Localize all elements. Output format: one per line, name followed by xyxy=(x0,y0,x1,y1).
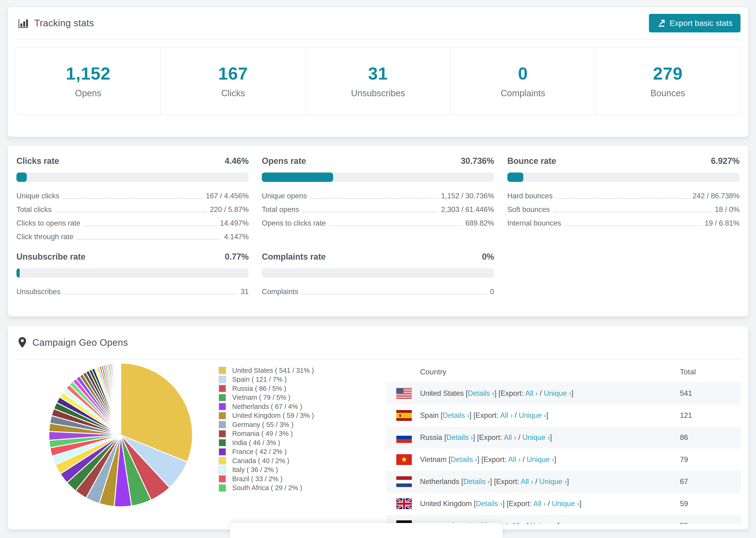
rate-row-value: 167 / 4.456% xyxy=(206,192,249,200)
stat-label: Clicks xyxy=(221,88,245,98)
table-row: United States [Details ›] [Export: All ›… xyxy=(387,382,741,404)
progress-track xyxy=(507,173,739,182)
legend-swatch xyxy=(219,421,226,428)
total-cell: 86 xyxy=(680,433,741,442)
export-basic-stats-button[interactable]: Export basic stats xyxy=(649,14,740,32)
rate-panel: Clicks rate4.46%Unique clicks167 / 4.456… xyxy=(17,156,249,241)
legend-swatch xyxy=(219,439,226,447)
legend-label: Romania ( 49 / 3% ) xyxy=(232,430,293,438)
rate-value: 6.927% xyxy=(711,156,739,166)
export-all-link[interactable]: All › xyxy=(500,411,513,419)
country-name: United States xyxy=(420,389,464,398)
rate-row-label: Clicks to opens rate xyxy=(17,219,80,228)
punct: ] xyxy=(571,389,573,398)
punct: / xyxy=(524,521,530,524)
dotted-leader xyxy=(64,294,237,295)
export-unique-link[interactable]: Unique › xyxy=(544,389,571,398)
legend-item: Vietnam ( 79 / 5% ) xyxy=(219,393,314,402)
legend-item: India ( 46 / 3% ) xyxy=(219,438,314,447)
export-all-link[interactable]: All › xyxy=(521,477,533,486)
progress-track xyxy=(262,268,494,278)
export-all-link[interactable]: All › xyxy=(504,433,516,442)
details-link[interactable]: Details › xyxy=(446,433,473,442)
country-flag-ru xyxy=(396,432,412,443)
legend-swatch xyxy=(219,412,226,419)
legend-item: United Kingdom ( 59 / 3% ) xyxy=(219,411,314,420)
punct: / xyxy=(516,433,522,442)
export-all-link[interactable]: All › xyxy=(508,456,520,463)
export-all-link[interactable]: All › xyxy=(512,521,524,524)
stat-value: 167 xyxy=(218,64,248,83)
legend-item: Netherlands ( 67 / 4% ) xyxy=(219,402,314,411)
dotted-leader xyxy=(556,198,689,199)
tracking-stats-header: Tracking stats Export basic stats xyxy=(16,7,740,39)
punct: [ xyxy=(472,500,476,508)
rate-row-value: 18 / 0% xyxy=(715,205,739,214)
punct: [ xyxy=(439,411,443,419)
rates-card: Clicks rate4.46%Unique clicks167 / 4.456… xyxy=(8,145,748,316)
country-name: Vietnam xyxy=(420,456,447,463)
geo-table: Country Total United States [Details ›] … xyxy=(387,361,741,524)
rate-row-value: 19 / 6.81% xyxy=(705,219,739,228)
details-link[interactable]: Details › xyxy=(463,477,490,486)
country-cell: Russia [Details ›] [Export: All › / Uniq… xyxy=(420,433,680,442)
rate-row-label: Unsubscribes xyxy=(17,288,61,296)
punct: ] [Export: xyxy=(473,433,504,442)
export-unique-link[interactable]: Unique › xyxy=(519,411,546,419)
stat-value: 1,152 xyxy=(66,64,111,83)
export-unique-link[interactable]: Unique › xyxy=(527,456,554,463)
total-cell: 67 xyxy=(680,477,741,486)
table-row: United Kingdom [Details ›] [Export: All … xyxy=(387,493,741,515)
rate-row-label: Hard bounces xyxy=(507,192,553,200)
geo-table-rows: United States [Details ›] [Export: All ›… xyxy=(387,382,741,524)
rate-row-label: Soft bounces xyxy=(507,205,550,214)
export-all-link[interactable]: All › xyxy=(525,389,538,398)
export-unique-link[interactable]: Unique › xyxy=(552,500,579,508)
dotted-leader xyxy=(565,225,702,226)
punct: ] [Export: xyxy=(495,389,525,398)
legend-item: South Africa ( 29 / 2% ) xyxy=(219,484,314,493)
geo-opens-header: Campaign Geo Opens xyxy=(16,326,740,359)
export-unique-link[interactable]: Unique › xyxy=(539,477,567,486)
punct: / xyxy=(520,456,527,463)
punct: ] xyxy=(550,433,552,442)
legend-swatch xyxy=(219,394,226,402)
legend-label: India ( 46 / 3% ) xyxy=(232,439,280,447)
legend-swatch xyxy=(219,385,226,392)
rate-row: Internal bounces19 / 6.81% xyxy=(507,219,739,228)
legend-item: Romania ( 49 / 3% ) xyxy=(219,429,314,439)
dotted-leader xyxy=(83,225,217,226)
legend-label: Italy ( 36 / 2% ) xyxy=(232,466,278,474)
export-unique-link[interactable]: Unique › xyxy=(522,433,550,442)
stat-label: Bounces xyxy=(650,88,685,98)
rate-row: Hard bounces242 / 86.738% xyxy=(507,192,739,200)
rate-row-label: Click through rate xyxy=(17,233,74,241)
stat-box: 0Complaints xyxy=(451,47,596,115)
details-link[interactable]: Details › xyxy=(468,389,495,398)
details-link[interactable]: Details › xyxy=(476,500,503,508)
column-header-country: Country xyxy=(420,368,680,376)
details-link[interactable]: Details › xyxy=(451,456,477,463)
rate-header: Complaints rate0% xyxy=(262,252,494,262)
stat-box: 167Clicks xyxy=(161,47,306,115)
pie-chart[interactable] xyxy=(45,360,196,510)
rate-row: Clicks to opens rate14.497% xyxy=(17,219,249,228)
stat-box: 31Unsubscribes xyxy=(306,47,451,115)
export-unique-link[interactable]: Unique › xyxy=(530,521,558,524)
rate-value: 0.77% xyxy=(225,252,249,262)
column-header-total: Total xyxy=(680,368,741,376)
rate-row: Opens to clicks rate689.82% xyxy=(262,219,494,228)
details-link[interactable]: Details › xyxy=(443,411,469,419)
legend-label: United States ( 541 / 31% ) xyxy=(232,367,314,374)
rate-row-value: 2,303 / 61.446% xyxy=(441,205,494,214)
table-row: Germany [Details ›] [Export: All › / Uni… xyxy=(387,515,741,524)
rate-row: Soft bounces18 / 0% xyxy=(507,206,739,214)
punct: ] xyxy=(567,477,569,486)
punct: ] [Export: xyxy=(490,477,521,486)
rate-row-label: Unique opens xyxy=(262,192,307,200)
stat-label: Complaints xyxy=(501,88,545,98)
export-all-link[interactable]: All › xyxy=(533,500,546,508)
map-pin-icon xyxy=(18,337,27,348)
punct: / xyxy=(513,411,519,419)
punct: ] xyxy=(554,456,556,463)
